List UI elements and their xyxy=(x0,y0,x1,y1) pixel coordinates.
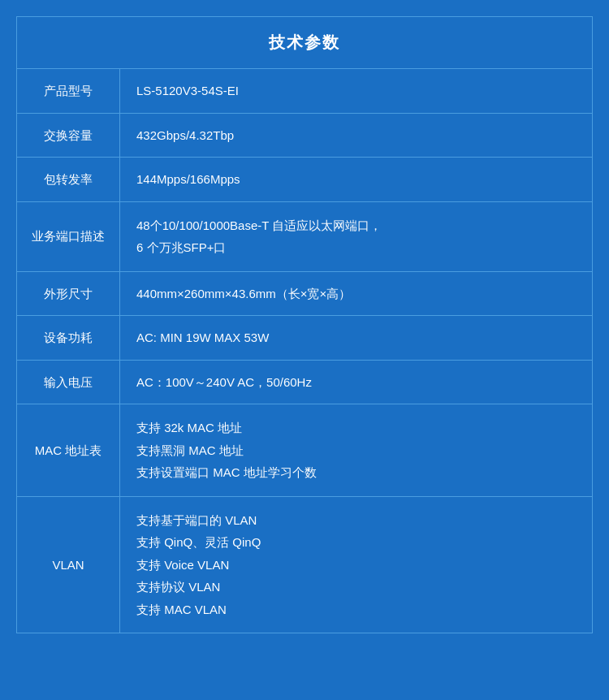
table-row: 输入电压AC：100V～240V AC，50/60Hz xyxy=(17,360,592,404)
row-label: 输入电压 xyxy=(17,360,120,404)
table-row: VLAN支持基于端口的 VLAN支持 QinQ、灵活 QinQ支持 Voice … xyxy=(17,496,592,633)
row-label: 设备功耗 xyxy=(17,316,120,361)
row-label: VLAN xyxy=(17,496,120,633)
table-title: 技术参数 xyxy=(17,17,592,69)
row-value: LS-5120V3-54S-EI xyxy=(120,69,593,114)
table-row: 业务端口描述48个10/100/1000Base-T 自适应以太网端口，6 个万… xyxy=(17,201,592,271)
row-value: 144Mpps/166Mpps xyxy=(120,158,593,202)
row-value: 440mm×260mm×43.6mm（长×宽×高） xyxy=(120,271,593,316)
table-row: 外形尺寸440mm×260mm×43.6mm（长×宽×高） xyxy=(17,271,592,316)
row-value: AC: MIN 19W MAX 53W xyxy=(120,316,593,361)
tech-specs-table: 技术参数 产品型号LS-5120V3-54S-EI交换容量432Gbps/4.3… xyxy=(17,17,592,633)
row-value: 支持 32k MAC 地址支持黑洞 MAC 地址支持设置端口 MAC 地址学习个… xyxy=(120,404,593,497)
row-value-line: 6 个万兆SFP+口 xyxy=(136,237,577,258)
row-label: 产品型号 xyxy=(17,69,120,114)
table-row: 设备功耗AC: MIN 19W MAX 53W xyxy=(17,316,592,361)
table-row: 包转发率144Mpps/166Mpps xyxy=(17,158,592,202)
row-label: 外形尺寸 xyxy=(17,271,120,316)
table-row: MAC 地址表支持 32k MAC 地址支持黑洞 MAC 地址支持设置端口 MA… xyxy=(17,404,592,497)
row-value-line: 支持基于端口的 VLAN xyxy=(136,510,577,531)
row-label: MAC 地址表 xyxy=(17,404,120,497)
row-value: 48个10/100/1000Base-T 自适应以太网端口，6 个万兆SFP+口 xyxy=(120,201,593,271)
row-value-line: 支持 QinQ、灵活 QinQ xyxy=(136,532,577,553)
row-value-line: 支持 Voice VLAN xyxy=(136,555,577,576)
row-value: 支持基于端口的 VLAN支持 QinQ、灵活 QinQ支持 Voice VLAN… xyxy=(120,496,593,633)
row-label: 交换容量 xyxy=(17,113,120,158)
row-label: 包转发率 xyxy=(17,158,120,202)
row-value: 432Gbps/4.32Tbp xyxy=(120,113,593,158)
row-value-line: 支持协议 VLAN xyxy=(136,577,577,598)
row-value-line: 支持 32k MAC 地址 xyxy=(136,417,577,439)
tech-specs-container: 技术参数 产品型号LS-5120V3-54S-EI交换容量432Gbps/4.3… xyxy=(16,16,593,633)
row-value-line: 支持设置端口 MAC 地址学习个数 xyxy=(136,462,577,483)
row-value-line: 支持黑洞 MAC 地址 xyxy=(136,440,577,461)
table-row: 产品型号LS-5120V3-54S-EI xyxy=(17,69,592,114)
row-value-line: 48个10/100/1000Base-T 自适应以太网端口， xyxy=(136,215,577,236)
row-value-line: 支持 MAC VLAN xyxy=(136,599,577,620)
row-label: 业务端口描述 xyxy=(17,201,120,271)
row-value: AC：100V～240V AC，50/60Hz xyxy=(120,360,593,404)
table-row: 交换容量432Gbps/4.32Tbp xyxy=(17,113,592,158)
